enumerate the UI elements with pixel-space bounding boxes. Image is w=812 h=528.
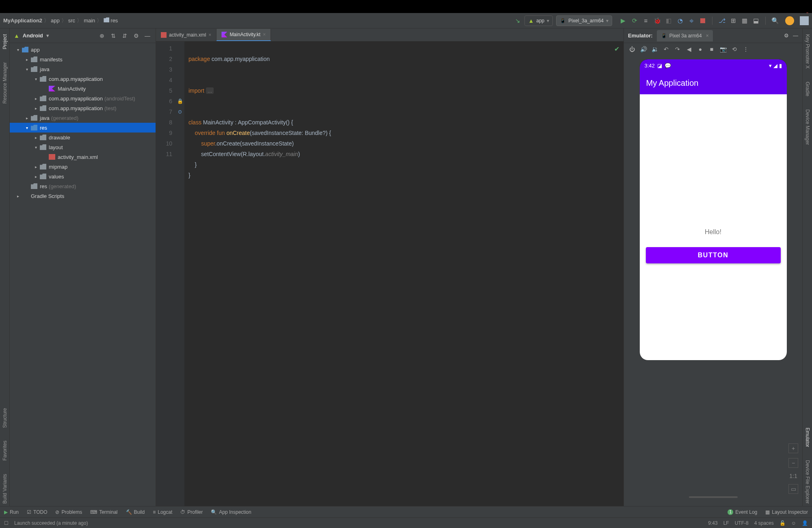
tool-layout-inspector[interactable]: ▦Layout Inspector — [765, 509, 808, 515]
sdk-icon[interactable]: ⬓ — [752, 17, 760, 24]
breadcrumb-item[interactable]: main — [84, 17, 95, 24]
sync-icon[interactable]: ↘ — [514, 17, 521, 24]
more-icon[interactable]: ⋮ — [743, 46, 749, 52]
check-icon: ✔ — [614, 44, 619, 54]
status-line-separator[interactable]: LF — [723, 520, 729, 526]
rotate-right-icon[interactable]: ↷ — [674, 46, 681, 52]
volume-up-icon[interactable]: 🔊 — [640, 46, 647, 52]
target-icon[interactable]: ⊕ — [98, 32, 106, 40]
tree-node[interactable]: ▾app — [10, 45, 156, 54]
tree-node[interactable]: ▸com.app.myapplication(test) — [10, 103, 156, 113]
gear-icon[interactable]: ⚙ — [784, 33, 789, 39]
stop-icon[interactable] — [699, 17, 706, 24]
tree-node[interactable]: MainActivity — [10, 84, 156, 93]
hide-icon[interactable]: — — [143, 32, 152, 40]
editor-tab[interactable]: MainActivity.kt× — [217, 29, 271, 41]
zoom-fit-icon[interactable]: ▭ — [788, 484, 798, 494]
expand-icon[interactable]: ⇅ — [109, 32, 117, 40]
tab-gradle[interactable]: Gradle — [805, 79, 810, 99]
profiler-icon[interactable]: ◔ — [676, 17, 684, 24]
tool-logcat[interactable]: ≡Logcat — [153, 509, 172, 515]
run-config-dropdown[interactable]: ▲app▾ — [524, 15, 553, 26]
search-icon[interactable]: 🔍 — [771, 17, 779, 24]
zoom-11[interactable]: 1:1 — [789, 473, 797, 479]
tree-node[interactable]: ▸manifests — [10, 54, 156, 64]
tool-run[interactable]: ▶Run — [4, 509, 19, 515]
tree-node[interactable]: activity_main.xml — [10, 152, 156, 162]
snapshot-icon[interactable]: ⟲ — [731, 46, 738, 52]
man-icon[interactable]: 👤 — [802, 520, 808, 526]
tree-node[interactable]: ▸com.app.myapplication(androidTest) — [10, 93, 156, 103]
hello-text: Hello! — [705, 228, 721, 236]
rotate-left-icon[interactable]: ↶ — [663, 46, 669, 52]
app-button[interactable]: BUTTON — [646, 247, 781, 263]
update-icon[interactable]: ⊞ — [730, 17, 737, 24]
screenshot-icon[interactable]: 📷 — [720, 46, 726, 52]
tree-node[interactable]: ▾layout — [10, 142, 156, 152]
panel-title[interactable]: Android — [23, 33, 43, 39]
chevron-down-icon[interactable]: ▾ — [46, 33, 49, 39]
breadcrumb-item[interactable]: MyApplication2 — [3, 17, 42, 24]
status-indent[interactable]: 4 spaces — [754, 520, 774, 526]
tab-device-manager[interactable]: Device Manager — [805, 107, 810, 147]
tree-node[interactable]: ▸mipmap — [10, 162, 156, 172]
avatar[interactable] — [785, 16, 794, 25]
tool-profiler[interactable]: ⏱Profiler — [180, 509, 203, 515]
tool-event-log[interactable]: 1Event Log — [728, 509, 757, 515]
run-icon[interactable]: ▶ — [619, 17, 627, 24]
tab-emulator[interactable]: Emulator — [805, 425, 810, 450]
tool-todo[interactable]: ☑TODO — [27, 509, 47, 515]
apply-code-icon[interactable]: ≡ — [642, 17, 650, 24]
project-tree[interactable]: ▾app▸manifests▾java▾com.app.myapplicatio… — [10, 43, 156, 506]
debug-icon[interactable]: 🐞 — [654, 17, 661, 24]
overview-icon[interactable]: ■ — [708, 46, 715, 52]
device-dropdown[interactable]: 📱Pixel_3a_arm64▾ — [556, 15, 612, 26]
power-icon[interactable]: ⏻ — [629, 46, 635, 52]
zoom-in-icon[interactable]: + — [788, 443, 798, 453]
hide-icon[interactable]: — — [793, 33, 798, 39]
breadcrumb-item[interactable]: src — [68, 17, 75, 24]
device-screen[interactable]: 3:42◪💬 ▾◢▮ My Application Hello! BUTTON — [640, 59, 787, 360]
coverage-icon[interactable]: ◧ — [665, 17, 672, 24]
tab-favorites[interactable]: Favorites — [2, 438, 8, 463]
back-icon[interactable]: ◀ — [686, 46, 692, 52]
tree-node[interactable]: ▸drawable — [10, 133, 156, 142]
readonly-icon[interactable]: 🔓 — [780, 520, 786, 526]
tool-build[interactable]: 🔨Build — [126, 509, 145, 515]
tab-resource-manager[interactable]: Resource Manager — [2, 60, 8, 106]
zoom-out-icon[interactable]: − — [788, 458, 798, 468]
tab-structure[interactable]: Structure — [2, 406, 8, 430]
tool-problems[interactable]: ⊘Problems — [55, 509, 82, 515]
status-position[interactable]: 9:43 — [708, 520, 717, 526]
tree-node[interactable]: ▸values — [10, 172, 156, 181]
gear-icon[interactable]: ⚙ — [132, 32, 140, 40]
breadcrumb-item[interactable]: app — [51, 17, 60, 24]
emulator-tab[interactable]: 📱Pixel 3a arm64× — [657, 30, 713, 41]
user-icon[interactable] — [800, 16, 809, 25]
breadcrumb-item[interactable]: res — [104, 17, 118, 24]
editor-tab[interactable]: activity_main.xml× — [156, 29, 217, 41]
tab-project[interactable]: Project — [2, 32, 8, 52]
tool-terminal[interactable]: ⌨Terminal — [90, 509, 117, 515]
tool-app-inspection[interactable]: 🔍App Inspection — [211, 509, 251, 515]
avd-icon[interactable]: ▦ — [741, 17, 748, 24]
status-encoding[interactable]: UTF-8 — [735, 520, 749, 526]
tree-node[interactable]: ▸java(generated) — [10, 113, 156, 123]
tree-node[interactable]: res(generated) — [10, 181, 156, 191]
tree-node[interactable]: ▾java — [10, 64, 156, 74]
tree-node[interactable]: ▾com.app.myapplication — [10, 74, 156, 84]
tab-device-file-explorer[interactable]: Device File Explorer — [805, 458, 810, 506]
nav-pill — [689, 496, 738, 498]
face-icon[interactable]: ☺ — [791, 520, 796, 526]
apply-changes-icon[interactable]: ⟳ — [631, 17, 638, 24]
tab-build-variants[interactable]: Build Variants — [2, 472, 8, 506]
tree-node[interactable]: ▾res — [10, 123, 156, 133]
tree-node[interactable]: ▸Gradle Scripts — [10, 191, 156, 201]
volume-down-icon[interactable]: 🔉 — [652, 46, 658, 52]
attach-icon[interactable]: ⎆ — [688, 17, 695, 24]
home-icon[interactable]: ● — [697, 46, 704, 52]
collapse-icon[interactable]: ⇵ — [121, 32, 129, 40]
git-icon[interactable]: ⎇ — [718, 17, 725, 24]
code[interactable]: ✔package com.app.myapplication import ..… — [184, 41, 624, 506]
tab-key-promoter[interactable]: Key Promoter X — [805, 32, 810, 71]
